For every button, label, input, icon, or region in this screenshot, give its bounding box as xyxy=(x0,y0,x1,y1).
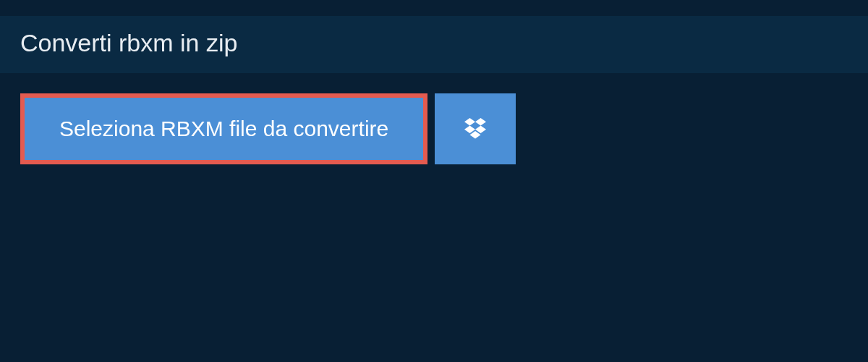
page-title: Converti rbxm in zip xyxy=(20,29,237,56)
button-group: Seleziona RBXM file da convertire xyxy=(20,93,868,164)
action-row: Seleziona RBXM file da convertire xyxy=(0,73,868,185)
bottom-area xyxy=(0,185,868,362)
top-bar xyxy=(0,0,868,16)
select-file-button[interactable]: Seleziona RBXM file da convertire xyxy=(25,98,423,160)
dropbox-button[interactable] xyxy=(435,93,516,164)
select-file-highlight: Seleziona RBXM file da convertire xyxy=(20,93,427,164)
dropbox-icon xyxy=(462,116,488,142)
page-title-tab: Converti rbxm in zip xyxy=(0,16,266,73)
select-file-label: Seleziona RBXM file da convertire xyxy=(59,117,388,141)
